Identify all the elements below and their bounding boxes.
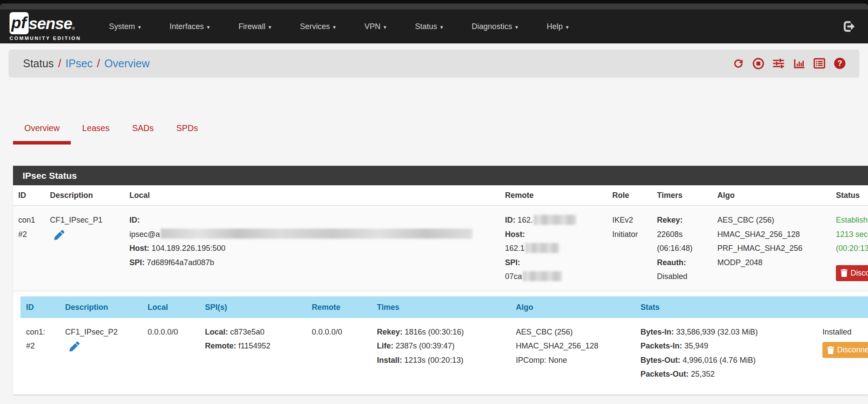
breadcrumb-link-ipsec[interactable]: IPsec (66, 57, 93, 70)
col-header-role: Role (612, 185, 657, 205)
tab-overview[interactable]: Overview (13, 119, 71, 145)
pfsense-logo[interactable]: pfsense® COMMUNITY EDITION (10, 12, 103, 41)
trash-icon (827, 346, 834, 354)
cell-description: CF1_IPsec_P1 (50, 213, 129, 284)
col-header-local: Local (129, 185, 505, 205)
logo-edition: COMMUNITY EDITION (10, 36, 103, 41)
stop-circle-icon[interactable] (752, 57, 765, 70)
tab-spds[interactable]: SPDs (165, 119, 209, 145)
cell-role: IKEv2 Initiator (612, 213, 657, 284)
ipsec-status-panel: IPsec Status ID Description Local Remote… (13, 166, 868, 395)
breadcrumb: Status / IPsec / Overview (23, 57, 150, 70)
tab-sads[interactable]: SADs (121, 119, 165, 145)
logo-sense: sense (29, 16, 72, 34)
cell-algo: AES_CBC (256) HMAC_SHA2_256_128 PRF_HMAC… (717, 213, 836, 284)
cell-stats: Bytes-In: 33,586,939 (32.03 MiB) Packets… (640, 325, 822, 381)
navbar-top-strip (0, 0, 868, 3)
menu-item-system[interactable]: System▾ (109, 22, 141, 31)
redacted-blur (523, 271, 562, 281)
chevron-down-icon: ▾ (440, 24, 443, 30)
chevron-down-icon: ▾ (268, 24, 271, 30)
edit-pencil-icon[interactable] (69, 342, 144, 356)
table-row: con1 #2 CF1_IPsec_P1 ID: ipsec@a Host: 1… (13, 206, 868, 291)
breadcrumb-section: Status (23, 57, 54, 70)
child-table-header: ID Description Local SPI(s) Remote Times… (20, 296, 868, 318)
col-header-id: ID (26, 296, 65, 318)
breadcrumb-separator: / (97, 57, 100, 70)
main-menu: System▾ Interfaces▾ Firewall▾ Services▾ … (109, 22, 568, 31)
refresh-icon[interactable] (732, 57, 745, 70)
disconnect-button[interactable]: Disconnect (822, 342, 868, 358)
chevron-down-icon: ▾ (566, 24, 569, 30)
cell-description: CF1_IPsec_P2 (65, 325, 148, 381)
help-icon[interactable]: ? (833, 57, 846, 70)
chevron-down-icon: ▾ (515, 24, 518, 30)
list-icon[interactable] (813, 57, 826, 70)
col-header-remote: Remote (312, 296, 377, 318)
col-header-times: Times (377, 296, 516, 318)
child-sa-table: ID Description Local SPI(s) Remote Times… (20, 296, 868, 394)
cell-remote: ID: 162. Host: 162.1 SPI: 07ca (505, 213, 612, 284)
edit-pencil-icon[interactable] (54, 230, 126, 245)
col-header-timers: Timers (657, 185, 717, 205)
panel-title: IPsec Status (13, 166, 868, 185)
logo-registered-mark: ® (72, 26, 75, 34)
cell-id: con1 #2 (18, 213, 50, 284)
col-header-remote: Remote (505, 185, 612, 205)
col-header-spis: SPI(s) (205, 296, 312, 318)
menu-item-vpn[interactable]: VPN▾ (364, 22, 386, 31)
redacted-blur (161, 229, 472, 239)
cell-times: Rekey: 1816s (00:30:16) Life: 2387s (00:… (377, 325, 516, 381)
breadcrumb-separator: / (58, 57, 61, 70)
breadcrumb-bar: Status / IPsec / Overview (9, 49, 859, 77)
cell-timers: Rekey: 22608s (06:16:48) Reauth: Disable… (657, 213, 717, 284)
sliders-icon[interactable] (772, 57, 785, 70)
logo-pf: pf (10, 12, 29, 34)
cell-remote: 0.0.0.0/0 (312, 325, 377, 381)
cell-status: Established 1213 seconds (00:20:13) ago … (836, 213, 868, 284)
col-header-blank (822, 296, 868, 318)
cell-spis: Local: c873e5a0 Remote: f1154952 (205, 325, 312, 381)
svg-text:?: ? (838, 59, 842, 68)
col-header-description: Description (65, 296, 148, 318)
menu-item-interfaces[interactable]: Interfaces▾ (170, 22, 210, 31)
tab-leases[interactable]: Leases (71, 119, 121, 145)
chevron-down-icon: ▾ (383, 24, 386, 30)
col-header-algo: Algo (717, 185, 836, 205)
sign-out-icon[interactable] (842, 20, 856, 33)
bar-chart-icon[interactable] (792, 57, 805, 70)
status-installed: Installed (822, 325, 868, 339)
status-established: Established (836, 213, 868, 227)
col-header-local: Local (148, 296, 205, 318)
chevron-down-icon: ▾ (207, 24, 210, 30)
col-header-id: ID (18, 185, 50, 205)
parent-table-header: ID Description Local Remote Role Timers … (13, 185, 868, 206)
cell-id: con1: #2 (26, 325, 65, 381)
trash-icon (841, 269, 848, 277)
col-header-description: Description (50, 185, 129, 205)
menu-item-services[interactable]: Services▾ (300, 22, 336, 31)
redacted-blur (534, 215, 576, 225)
page-tabs: Overview Leases SADs SPDs (13, 119, 868, 145)
breadcrumb-link-overview[interactable]: Overview (104, 57, 149, 70)
table-row: con1: #2 CF1_IPsec_P2 0.0.0.0/0 Local: c… (20, 318, 868, 394)
cell-status: Installed Disconnect (822, 325, 868, 381)
col-header-status: Status (836, 185, 868, 205)
top-navbar: pfsense® COMMUNITY EDITION System▾ Inter… (0, 0, 868, 43)
menu-item-help[interactable]: Help▾ (547, 22, 569, 31)
cell-local: 0.0.0.0/0 (148, 325, 205, 381)
breadcrumb-actions: ? (732, 57, 846, 70)
navbar-sub-strip (0, 3, 868, 10)
col-header-algo: Algo (516, 296, 640, 318)
menu-item-status[interactable]: Status▾ (415, 22, 443, 31)
col-header-stats: Stats (640, 296, 822, 318)
redacted-blur (525, 243, 559, 253)
disconnect-button[interactable]: Disconnect (836, 265, 868, 281)
cell-algo: AES_CBC (256) HMAC_SHA2_256_128 IPComp: … (516, 325, 640, 381)
chevron-down-icon: ▾ (333, 24, 336, 30)
menu-item-firewall[interactable]: Firewall▾ (238, 22, 271, 31)
cell-local: ID: ipsec@a Host: 104.189.226.195:500 SP… (129, 213, 505, 284)
menu-item-diagnostics[interactable]: Diagnostics▾ (472, 22, 518, 31)
chevron-down-icon: ▾ (138, 24, 141, 30)
